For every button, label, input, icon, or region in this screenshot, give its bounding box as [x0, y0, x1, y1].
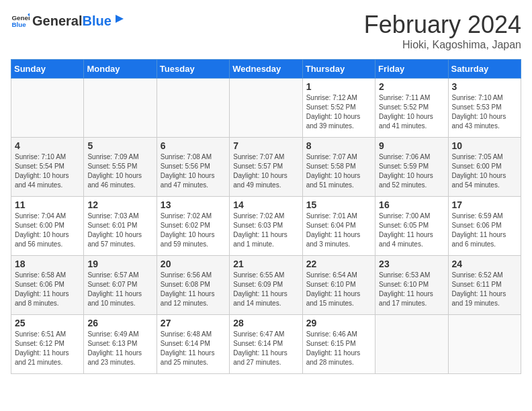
calendar-cell: 27Sunrise: 6:48 AM Sunset: 6:14 PM Dayli… [157, 315, 229, 374]
calendar-cell: 11Sunrise: 7:04 AM Sunset: 6:00 PM Dayli… [11, 197, 84, 256]
logo-icon: General Blue [11, 11, 30, 30]
day-number: 3 [452, 81, 517, 92]
day-info: Sunrise: 7:10 AM Sunset: 5:53 PM Dayligh… [452, 93, 517, 131]
day-number: 8 [306, 140, 371, 151]
logo-blue: Blue [82, 13, 111, 29]
day-info: Sunrise: 6:53 AM Sunset: 6:10 PM Dayligh… [379, 271, 444, 308]
calendar-week-4: 18Sunrise: 6:58 AM Sunset: 6:06 PM Dayli… [11, 256, 521, 315]
calendar-cell [84, 79, 157, 138]
day-info: Sunrise: 6:48 AM Sunset: 6:14 PM Dayligh… [161, 330, 226, 367]
calendar-cell [11, 79, 84, 138]
weekday-header-friday: Friday [375, 60, 448, 79]
weekday-header-row: SundayMondayTuesdayWednesdayThursdayFrid… [11, 60, 521, 79]
day-number: 4 [15, 140, 80, 151]
calendar-week-3: 11Sunrise: 7:04 AM Sunset: 6:00 PM Dayli… [11, 197, 521, 256]
calendar-cell: 17Sunrise: 6:59 AM Sunset: 6:06 PM Dayli… [448, 197, 521, 256]
day-number: 6 [161, 140, 226, 151]
day-number: 19 [87, 259, 152, 269]
calendar-cell: 23Sunrise: 6:53 AM Sunset: 6:10 PM Dayli… [375, 256, 448, 315]
day-info: Sunrise: 6:52 AM Sunset: 6:11 PM Dayligh… [452, 271, 517, 308]
calendar-cell: 29Sunrise: 6:46 AM Sunset: 6:15 PM Dayli… [302, 315, 375, 374]
logo: General Blue General Blue [11, 11, 126, 30]
calendar-cell: 6Sunrise: 7:08 AM Sunset: 5:56 PM Daylig… [157, 138, 229, 197]
calendar-cell: 12Sunrise: 7:03 AM Sunset: 6:01 PM Dayli… [84, 197, 157, 256]
day-info: Sunrise: 7:03 AM Sunset: 6:01 PM Dayligh… [87, 212, 152, 249]
day-info: Sunrise: 6:49 AM Sunset: 6:13 PM Dayligh… [87, 330, 152, 367]
logo-arrow-icon [113, 12, 126, 26]
calendar-cell [375, 315, 448, 374]
day-info: Sunrise: 7:00 AM Sunset: 6:05 PM Dayligh… [379, 212, 444, 249]
calendar-cell: 1Sunrise: 7:12 AM Sunset: 5:52 PM Daylig… [302, 79, 375, 138]
calendar-cell: 2Sunrise: 7:11 AM Sunset: 5:52 PM Daylig… [375, 79, 448, 138]
weekday-header-thursday: Thursday [302, 60, 375, 79]
calendar-cell: 21Sunrise: 6:55 AM Sunset: 6:09 PM Dayli… [230, 256, 302, 315]
calendar-cell: 3Sunrise: 7:10 AM Sunset: 5:53 PM Daylig… [448, 79, 521, 138]
day-info: Sunrise: 6:56 AM Sunset: 6:08 PM Dayligh… [161, 271, 226, 308]
calendar-week-1: 1Sunrise: 7:12 AM Sunset: 5:52 PM Daylig… [11, 79, 521, 138]
weekday-header-sunday: Sunday [11, 60, 84, 79]
calendar-cell: 14Sunrise: 7:02 AM Sunset: 6:03 PM Dayli… [230, 197, 302, 256]
day-info: Sunrise: 7:02 AM Sunset: 6:03 PM Dayligh… [233, 212, 298, 249]
day-info: Sunrise: 6:59 AM Sunset: 6:06 PM Dayligh… [452, 212, 517, 249]
day-info: Sunrise: 7:02 AM Sunset: 6:02 PM Dayligh… [161, 212, 226, 249]
day-info: Sunrise: 6:46 AM Sunset: 6:15 PM Dayligh… [306, 330, 371, 367]
calendar-cell: 10Sunrise: 7:05 AM Sunset: 6:00 PM Dayli… [448, 138, 521, 197]
header: General Blue General Blue February 2024 … [11, 11, 521, 51]
day-number: 20 [161, 259, 226, 269]
day-number: 7 [233, 140, 298, 151]
day-number: 9 [379, 140, 444, 151]
day-info: Sunrise: 7:04 AM Sunset: 6:00 PM Dayligh… [15, 212, 80, 249]
svg-text:Blue: Blue [11, 21, 26, 28]
day-number: 25 [15, 318, 80, 328]
calendar-cell: 28Sunrise: 6:47 AM Sunset: 6:14 PM Dayli… [230, 315, 302, 374]
calendar-cell [448, 315, 521, 374]
day-number: 29 [306, 318, 371, 328]
day-info: Sunrise: 7:05 AM Sunset: 6:00 PM Dayligh… [452, 152, 517, 190]
calendar-cell: 13Sunrise: 7:02 AM Sunset: 6:02 PM Dayli… [157, 197, 229, 256]
day-number: 24 [452, 259, 517, 269]
calendar-cell: 16Sunrise: 7:00 AM Sunset: 6:05 PM Dayli… [375, 197, 448, 256]
day-number: 21 [233, 259, 298, 269]
calendar-header: SundayMondayTuesdayWednesdayThursdayFrid… [11, 60, 521, 79]
weekday-header-tuesday: Tuesday [157, 60, 229, 79]
calendar-body: 1Sunrise: 7:12 AM Sunset: 5:52 PM Daylig… [11, 79, 521, 374]
day-info: Sunrise: 6:47 AM Sunset: 6:14 PM Dayligh… [233, 330, 298, 367]
day-number: 12 [87, 199, 152, 210]
day-number: 28 [233, 318, 298, 328]
calendar-cell [230, 79, 302, 138]
weekday-header-saturday: Saturday [448, 60, 521, 79]
day-number: 1 [306, 81, 371, 92]
day-number: 23 [379, 259, 444, 269]
calendar-cell: 8Sunrise: 7:07 AM Sunset: 5:58 PM Daylig… [302, 138, 375, 197]
calendar-table: SundayMondayTuesdayWednesdayThursdayFrid… [11, 59, 521, 374]
day-number: 2 [379, 81, 444, 92]
calendar-week-2: 4Sunrise: 7:10 AM Sunset: 5:54 PM Daylig… [11, 138, 521, 197]
day-number: 5 [87, 140, 152, 151]
calendar-cell: 26Sunrise: 6:49 AM Sunset: 6:13 PM Dayli… [84, 315, 157, 374]
day-info: Sunrise: 7:09 AM Sunset: 5:55 PM Dayligh… [87, 152, 152, 190]
day-info: Sunrise: 7:08 AM Sunset: 5:56 PM Dayligh… [161, 152, 226, 190]
calendar-week-5: 25Sunrise: 6:51 AM Sunset: 6:12 PM Dayli… [11, 315, 521, 374]
calendar-cell: 24Sunrise: 6:52 AM Sunset: 6:11 PM Dayli… [448, 256, 521, 315]
day-number: 11 [15, 199, 80, 210]
day-info: Sunrise: 7:06 AM Sunset: 5:59 PM Dayligh… [379, 152, 444, 190]
calendar-cell: 18Sunrise: 6:58 AM Sunset: 6:06 PM Dayli… [11, 256, 84, 315]
day-number: 15 [306, 199, 371, 210]
calendar-cell: 5Sunrise: 7:09 AM Sunset: 5:55 PM Daylig… [84, 138, 157, 197]
calendar-cell: 20Sunrise: 6:56 AM Sunset: 6:08 PM Dayli… [157, 256, 229, 315]
logo-general: General [32, 13, 82, 29]
day-info: Sunrise: 6:55 AM Sunset: 6:09 PM Dayligh… [233, 271, 298, 308]
day-number: 16 [379, 199, 444, 210]
day-number: 14 [233, 199, 298, 210]
day-info: Sunrise: 7:07 AM Sunset: 5:57 PM Dayligh… [233, 152, 298, 190]
day-number: 13 [161, 199, 226, 210]
main-title: February 2024 [364, 11, 521, 39]
calendar-cell: 4Sunrise: 7:10 AM Sunset: 5:54 PM Daylig… [11, 138, 84, 197]
day-info: Sunrise: 7:11 AM Sunset: 5:52 PM Dayligh… [379, 93, 444, 131]
weekday-header-monday: Monday [84, 60, 157, 79]
day-info: Sunrise: 6:54 AM Sunset: 6:10 PM Dayligh… [306, 271, 371, 308]
day-info: Sunrise: 7:07 AM Sunset: 5:58 PM Dayligh… [306, 152, 371, 190]
calendar-cell: 19Sunrise: 6:57 AM Sunset: 6:07 PM Dayli… [84, 256, 157, 315]
calendar-cell: 25Sunrise: 6:51 AM Sunset: 6:12 PM Dayli… [11, 315, 84, 374]
day-number: 27 [161, 318, 226, 328]
